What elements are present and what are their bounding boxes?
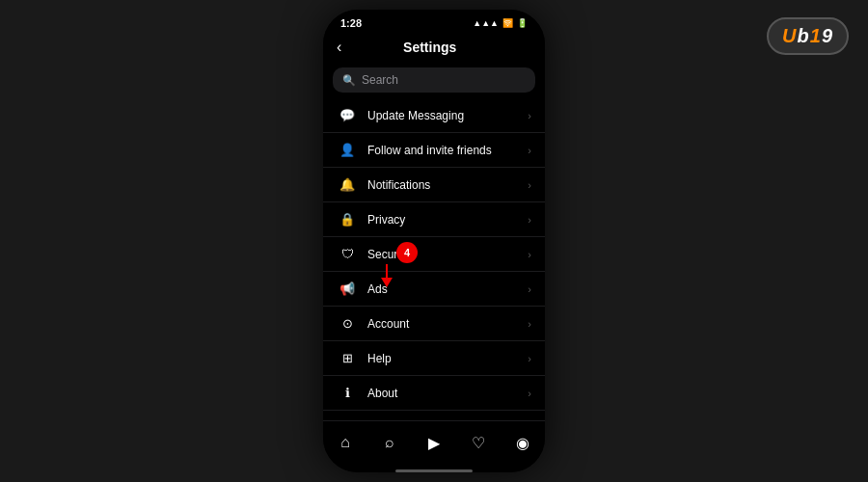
bottom-nav-search[interactable]: ⌕ [372,429,407,456]
menu-label-update-messaging: Update Messaging [367,109,528,122]
menu-label-account: Account [367,317,528,331]
menu-item-update-messaging[interactable]: 💬 Update Messaging › [323,98,545,133]
bottom-nav: ⌂ ⌕ ▶ ♡ ◉ [323,420,545,468]
menu-item-help[interactable]: ⊞ Help › [323,341,545,376]
chevron-icon: › [528,145,531,156]
menu-label-about: About [367,387,528,400]
bottom-nav-profile[interactable]: ◉ [505,429,540,456]
back-button[interactable]: ‹ [337,37,347,58]
menu-item-privacy[interactable]: 🔒 Privacy › [323,202,545,237]
chevron-icon: › [528,110,531,121]
menu-label-follow-invite: Follow and invite friends [367,144,528,157]
logo-1: 1 [810,25,822,46]
header: ‹ Settings [323,33,545,64]
bottom-nav-home[interactable]: ⌂ [328,429,363,456]
bottom-nav-reels[interactable]: ▶ [417,429,451,456]
status-bar: 1:28 ▲▲▲ 🛜 🔋 [323,10,545,33]
chevron-icon: › [528,388,531,399]
home-indicator-bar [395,469,473,472]
search-bar[interactable]: 🔍 Search [333,67,535,93]
arrow-indicator [381,264,393,287]
search-icon: 🔍 [342,74,356,87]
follow-invite-icon: 👤 [337,143,358,157]
menu-list: 💬 Update Messaging › 👤 Follow and invite… [323,98,545,420]
page-wrapper: Ub19 1:28 ▲▲▲ 🛜 🔋 ‹ Settings 🔍 Search [0,0,868,482]
status-time: 1:28 [340,17,362,29]
logo-b: b [798,25,810,46]
menu-item-about[interactable]: ℹ About › [323,376,545,411]
page-title: Settings [347,40,512,55]
search-placeholder: Search [362,73,398,87]
notifications-icon: 🔔 [337,177,358,192]
chevron-icon: › [528,179,531,191]
about-icon: ℹ [337,386,358,400]
battery-icon: 🔋 [517,18,528,28]
chevron-icon: › [528,214,531,226]
menu-item-account[interactable]: ⊙ Account › [323,307,545,341]
chevron-icon: › [528,353,531,364]
chevron-icon: › [528,249,531,260]
switch-professional-section: Switch to Professional account [323,411,545,420]
privacy-icon: 🔒 [337,212,358,227]
menu-label-notifications: Notifications [367,178,528,192]
update-messaging-icon: 💬 [337,108,358,122]
signal-icon: ▲▲▲ [473,18,499,28]
status-icons: ▲▲▲ 🛜 🔋 [473,18,528,28]
menu-item-notifications[interactable]: 🔔 Notifications › [323,168,545,202]
logo-badge: Ub19 [767,17,849,55]
security-icon: 🛡 [337,247,358,261]
wifi-icon: 🛜 [502,18,513,28]
phone-frame: 1:28 ▲▲▲ 🛜 🔋 ‹ Settings 🔍 Search 💬 Updat… [323,10,545,472]
menu-label-privacy: Privacy [367,213,528,227]
account-icon: ⊙ [337,316,358,331]
ads-icon: 📢 [337,281,358,296]
bottom-nav-likes[interactable]: ♡ [461,429,496,456]
menu-item-follow-invite[interactable]: 👤 Follow and invite friends › [323,133,545,168]
chevron-icon: › [528,283,531,295]
step-badge: 4 [396,242,418,263]
menu-item-security[interactable]: 🛡 Security 4 › [323,237,545,272]
menu-label-security: Security [367,248,528,261]
menu-label-help: Help [367,352,528,365]
menu-item-ads[interactable]: 📢 Ads › [323,272,545,307]
help-icon: ⊞ [337,351,358,365]
logo-u: U [782,25,797,46]
logo-9: 9 [822,25,833,46]
chevron-icon: › [528,318,531,330]
home-indicator [323,468,545,472]
